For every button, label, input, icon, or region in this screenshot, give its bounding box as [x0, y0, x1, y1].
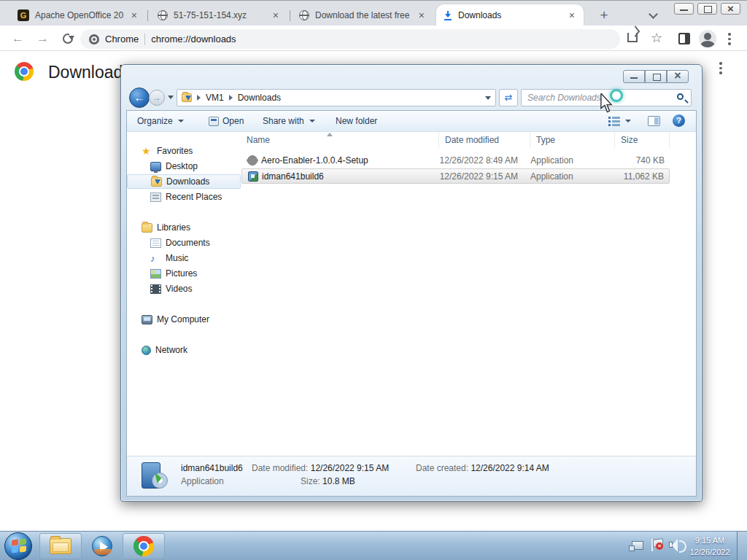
preview-pane-icon — [648, 116, 660, 126]
close-button[interactable] — [721, 3, 740, 15]
tab-separator — [290, 10, 290, 21]
new-tab-button[interactable]: + — [595, 7, 613, 24]
address-bar[interactable]: Chrome chrome://downloads — [80, 29, 620, 49]
file-type: Application — [530, 171, 614, 182]
file-row-idman641build6-selected[interactable]: idman641build6 12/26/2022 9:15 AM Applic… — [241, 168, 670, 184]
tab-close-icon[interactable]: × — [271, 10, 280, 20]
back-icon[interactable]: ← — [12, 31, 24, 46]
sidebar-item-desktop[interactable]: Desktop — [127, 159, 241, 174]
help-button[interactable]: ? — [673, 114, 685, 127]
tab-close-icon[interactable]: × — [417, 10, 426, 20]
forward-icon[interactable]: → — [36, 31, 49, 46]
sidebar-item-downloads[interactable]: Downloads — [127, 174, 241, 189]
action-center-flag-icon[interactable] — [651, 539, 653, 551]
network-label: Network — [155, 345, 187, 355]
restore-button[interactable] — [697, 3, 717, 15]
taskbar-explorer-button[interactable] — [39, 533, 82, 559]
column-header-type[interactable]: Type — [530, 132, 615, 148]
column-header-date-modified[interactable]: Date modified — [439, 132, 530, 148]
maximize-button[interactable] — [645, 70, 667, 83]
tab-downloads-active[interactable]: Downloads × — [436, 4, 584, 26]
address-breadcrumb[interactable]: VM1 Downloads — [177, 89, 496, 106]
music-icon: ♪ — [150, 254, 161, 263]
preview-pane-button[interactable] — [648, 116, 660, 126]
share-with-button[interactable]: Share with — [263, 116, 315, 126]
change-view-button[interactable] — [608, 116, 631, 125]
minimize-button[interactable] — [623, 70, 645, 83]
setup-gear-icon — [247, 155, 258, 166]
videos-icon — [150, 284, 161, 294]
organize-button[interactable]: Organize — [137, 116, 184, 126]
date-header-label: Date modified — [445, 135, 499, 145]
sidebar-item-documents[interactable]: Documents — [127, 236, 241, 250]
search-input[interactable] — [526, 91, 665, 104]
start-button[interactable] — [4, 532, 32, 560]
libraries-label: Libraries — [157, 222, 190, 233]
column-header-name[interactable]: Name — [241, 132, 439, 148]
tab-close-icon[interactable]: × — [568, 10, 576, 20]
reload-icon[interactable] — [63, 34, 73, 44]
date-modified-label: Date modified: — [252, 463, 308, 473]
type-header-label: Type — [536, 135, 555, 145]
tab-download-latest[interactable]: Download the latest free × — [292, 4, 433, 26]
file-row-aero-enabler[interactable]: Aero-Enabler-1.0.0.4-Setup 12/26/2022 8:… — [241, 152, 670, 168]
breadcrumb-root[interactable]: VM1 — [206, 93, 224, 103]
sidebar-item-music[interactable]: ♪ Music — [127, 251, 241, 265]
tab-51-75-151-154[interactable]: 51-75-151-154.xyz × — [150, 4, 287, 26]
share-icon[interactable] — [627, 33, 638, 42]
desktop: G Apache OpenOffice 2021 × 51-75-151-154… — [0, 0, 747, 560]
downloads-folder-icon — [182, 93, 192, 102]
sidebar-group-favorites[interactable]: ★ Favorites — [127, 144, 241, 158]
side-panel-icon[interactable] — [678, 33, 690, 44]
tab-close-icon[interactable]: × — [130, 10, 139, 20]
sidebar-item-recent-places[interactable]: Recent Places — [127, 190, 241, 204]
sort-ascending-icon — [327, 133, 333, 136]
minimize-button[interactable] — [674, 3, 694, 15]
size-header-label: Size — [621, 135, 638, 145]
tab-title: 51-75-151-154.xyz — [174, 10, 266, 20]
tab-strip: G Apache OpenOffice 2021 × 51-75-151-154… — [0, 0, 747, 26]
address-dropdown-icon[interactable] — [485, 96, 491, 100]
volume-icon[interactable] — [669, 542, 673, 548]
documents-label: Documents — [166, 238, 210, 248]
help-icon: ? — [673, 114, 685, 127]
taskbar-media-player-button[interactable] — [92, 536, 112, 556]
chrome-logo-icon — [15, 62, 34, 81]
file-size: 11,062 KB — [614, 171, 669, 182]
tab-apache-openoffice[interactable]: G Apache OpenOffice 2021 × — [10, 4, 146, 26]
show-desktop-button[interactable] — [737, 532, 747, 560]
browser-menu-icon[interactable] — [728, 33, 731, 46]
sidebar-item-network[interactable]: Network — [127, 343, 241, 357]
bookmark-star-icon[interactable]: ☆ — [651, 30, 662, 46]
refresh-button[interactable]: ⇄ — [499, 89, 518, 106]
tab-title: Apache OpenOffice 2021 — [35, 10, 124, 20]
desktop-icon — [150, 162, 161, 171]
computer-icon — [142, 315, 152, 324]
forward-button[interactable]: → — [149, 90, 165, 106]
recent-pages-chevron-icon[interactable] — [168, 96, 174, 99]
details-size: Size: 10.8 MB — [301, 476, 355, 486]
sidebar-item-videos[interactable]: Videos — [127, 281, 241, 296]
column-header-size[interactable]: Size — [615, 132, 670, 148]
open-button[interactable]: Open — [209, 116, 244, 126]
downloads-label: Downloads — [166, 176, 209, 187]
crumb-arrow-icon — [229, 95, 233, 101]
sidebar-item-my-computer[interactable]: My Computer — [127, 312, 241, 327]
sidebar-item-pictures[interactable]: Pictures — [127, 266, 241, 281]
taskbar: 9:15 AM 12/26/2022 — [0, 531, 747, 560]
taskbar-chrome-button[interactable] — [123, 533, 165, 559]
taskbar-clock[interactable]: 9:15 AM 12/26/2022 — [684, 534, 735, 558]
new-folder-button[interactable]: New folder — [336, 116, 377, 126]
downloads-more-actions-icon[interactable] — [719, 62, 722, 75]
favorites-label: Favorites — [157, 146, 193, 156]
explorer-icon — [50, 538, 71, 554]
breadcrumb-current[interactable]: Downloads — [238, 93, 281, 103]
back-button[interactable]: ← — [129, 88, 150, 108]
tab-search-chevron-icon[interactable] — [649, 10, 657, 18]
sidebar-group-libraries[interactable]: Libraries — [127, 220, 241, 235]
network-tray-icon[interactable] — [632, 541, 643, 550]
close-button[interactable] — [667, 70, 689, 83]
my-computer-label: My Computer — [157, 314, 209, 324]
profile-avatar[interactable] — [699, 30, 716, 47]
tab-title: Download the latest free — [315, 10, 411, 20]
